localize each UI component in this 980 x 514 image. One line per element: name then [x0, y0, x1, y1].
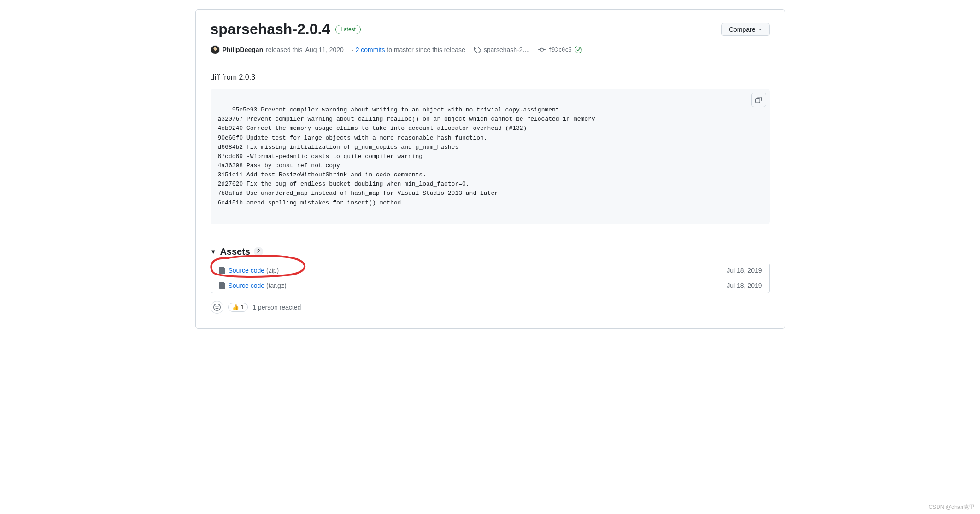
asset-link-zip[interactable]: Source code (zip): [229, 267, 279, 274]
header-row: sparsehash-2.0.4 Latest Compare: [211, 21, 770, 38]
compare-button[interactable]: Compare: [721, 23, 770, 36]
disclosure-arrow-icon: ▼: [211, 248, 217, 255]
chevron-down-icon: [758, 29, 762, 30]
file-zip-icon: [218, 267, 226, 274]
meta-row: PhilipDeegan released this Aug 11, 2020 …: [211, 45, 770, 54]
release-title: sparsehash-2.0.4: [211, 21, 330, 38]
author-link[interactable]: PhilipDeegan: [223, 46, 264, 53]
assets-toggle[interactable]: ▼ Assets 2: [211, 246, 770, 257]
thumbsup-emoji: 👍: [232, 304, 239, 310]
separator: [211, 64, 770, 64]
thumbsup-count: 1: [241, 304, 244, 310]
asset-ext: (tar.gz): [266, 282, 287, 289]
file-zip-icon: [218, 282, 226, 289]
release-card: sparsehash-2.0.4 Latest Compare PhilipDe…: [195, 9, 785, 329]
latest-badge: Latest: [335, 25, 361, 34]
reaction-summary: 1 person reacted: [252, 304, 301, 311]
compare-label: Compare: [729, 26, 756, 33]
diff-title: diff from 2.0.3: [211, 73, 770, 82]
assets-count-badge: 2: [254, 247, 263, 256]
changelog-text: 95e5e93 Prevent compiler warning about w…: [218, 106, 595, 206]
title-wrap: sparsehash-2.0.4 Latest: [211, 21, 361, 38]
asset-row-targz: Source code (tar.gz) Jul 18, 2019: [211, 278, 769, 293]
asset-date: Jul 18, 2019: [727, 267, 762, 274]
thumbsup-reaction[interactable]: 👍 1: [228, 303, 248, 312]
avatar[interactable]: [211, 45, 220, 54]
changelog-code-block: 95e5e93 Prevent compiler warning about w…: [211, 89, 770, 224]
asset-name: Source code: [229, 267, 265, 274]
commit-sha: f93c0c6: [548, 47, 572, 53]
smiley-icon: [213, 304, 221, 311]
copy-button[interactable]: [751, 93, 766, 107]
verified-icon: [575, 46, 582, 53]
asset-ext: (zip): [266, 267, 279, 274]
release-date: Aug 11, 2020: [305, 46, 344, 53]
commit-block[interactable]: f93c0c6: [538, 46, 582, 53]
tag-name: sparsehash-2....: [484, 46, 530, 53]
asset-name: Source code: [229, 282, 265, 289]
reactions-row: 👍 1 1 person reacted: [211, 301, 770, 314]
commits-block: · 2 commits to master since this release: [352, 46, 465, 53]
asset-date: Jul 18, 2019: [727, 282, 762, 289]
add-reaction-button[interactable]: [211, 301, 223, 314]
asset-link-targz[interactable]: Source code (tar.gz): [229, 282, 287, 289]
tag-icon: [474, 46, 481, 53]
tag-block[interactable]: sparsehash-2....: [474, 46, 530, 53]
released-text: released this: [266, 46, 302, 53]
copy-icon: [755, 96, 763, 104]
commit-icon: [538, 46, 546, 53]
author-block: PhilipDeegan released this Aug 11, 2020: [211, 45, 344, 54]
commits-link[interactable]: 2 commits: [356, 46, 385, 53]
asset-list: Source code (zip) Jul 18, 2019 Source co…: [211, 263, 770, 293]
commits-suffix: to master since this release: [387, 46, 465, 53]
asset-row-zip: Source code (zip) Jul 18, 2019: [211, 263, 769, 278]
assets-heading: Assets: [220, 246, 250, 257]
